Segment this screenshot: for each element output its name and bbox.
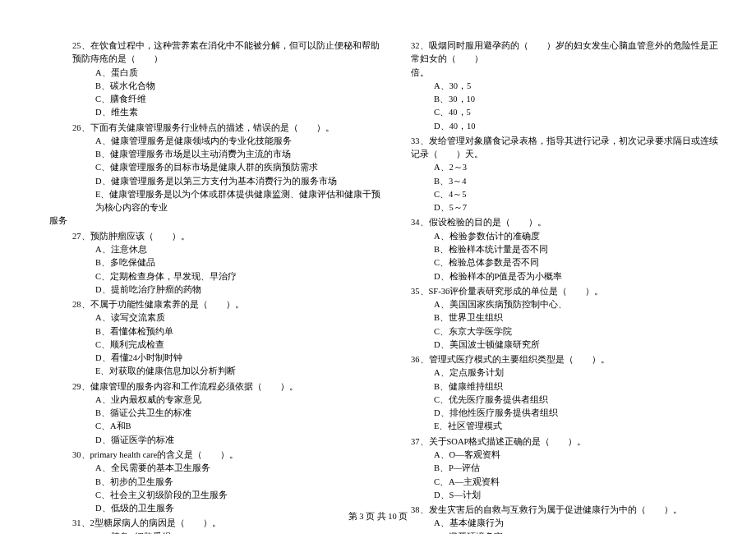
option: A、蛋白质 [95,67,385,80]
question-stem: 34、假设检验的目的是（ ）。 [411,216,723,229]
option: A、美国国家疾病预防控制中心、 [434,298,723,311]
option: B、初步的卫生服务 [95,476,385,489]
question: 27、预防肿瘤应该（ ）。A、注意休息B、多吃保健品C、定期检查身体，早发现、早… [72,230,385,297]
options: A、2～3B、3～4C、4～5D、5～7 [411,161,723,214]
question: 29、健康管理的服务内容和工作流程必须依据（ ）。A、业内最权威的专家意见B、循… [72,380,385,447]
option: D、5～7 [434,201,723,214]
option: C、A和B [95,420,385,433]
options: A、胰岛B细胞受损B、单个基因异常C、自身免疫D、由多个遗传基因和多种生活习惯的… [72,531,385,534]
options: A、全民需要的基本卫生服务B、初步的卫生服务C、社会主义初级阶段的卫生服务D、低… [72,462,385,515]
question: 30、primary health care的含义是（ ）。A、全民需要的基本卫… [72,449,385,515]
option: B、多吃保健品 [95,256,385,269]
option: C、东京大学医学院 [434,325,723,338]
option: D、排他性医疗服务提供者组织 [434,407,723,420]
question-stem: 33、发给管理对象膳食记录表格，指导其进行记录，初次记录要求隔日或连续记录（ ）… [411,135,723,162]
option: B、看懂体检预约单 [95,325,385,338]
question-stem-trail: 服务 [49,214,385,228]
option: C、健康管理服务的目标市场是健康人群的疾病预防需求 [95,161,385,174]
question: 26、下面有关健康管理服务行业特点的描述，错误的是（ ）。A、健康管理服务是健康… [72,122,385,228]
option: D、维生素 [95,106,385,119]
option: A、30，5 [434,80,723,93]
option: B、碳水化合物 [95,80,385,93]
options: A、检验参数估计的准确度B、检验样本统计量是否不同C、检验总体参数是否不同D、检… [411,230,723,283]
option: D、40，10 [434,120,723,133]
question: 36、管理式医疗模式的主要组织类型是（ ）。A、定点服务计划B、健康维持组织C、… [411,353,723,434]
question-stem: 32、吸烟同时服用避孕药的（ ）岁的妇女发生心脑血管意外的危险性是正常妇女的（ … [411,39,723,67]
option: C、顺利完成检查 [95,338,385,352]
option: C、定期检查身体，早发现、早治疗 [95,270,385,283]
option: D、提前吃治疗肿瘤的药物 [95,283,385,297]
column-left: 25、在饮食过程中，这种营养素在消化中不能被分解，但可以防止便秘和帮助预防痔疮的… [72,39,385,534]
options: A、业内最权威的专家意见B、循证公共卫生的标准C、A和BD、循证医学的标准 [72,394,385,447]
options: A、O—客观资料B、P—评估C、A—主观资料D、S—计划 [411,449,723,502]
option: B、健康管理服务市场是以主动消费为主流的市场 [95,148,385,161]
option: B、世界卫生组织 [434,311,723,325]
option: A、胰岛B细胞受损 [95,531,385,534]
question: 33、发给管理对象膳食记录表格，指导其进行记录，初次记录要求隔日或连续记录（ ）… [411,135,723,215]
option: B、P—评估 [434,462,723,475]
option: D、美国波士顿健康研究所 [434,338,723,352]
question-stem: 26、下面有关健康管理服务行业特点的描述，错误的是（ ）。 [72,122,385,135]
question: 32、吸烟同时服用避孕药的（ ）岁的妇女发生心脑血管意外的危险性是正常妇女的（ … [411,39,723,133]
option: C、检验总体参数是否不同 [434,256,723,269]
options: A、定点服务计划B、健康维持组织C、优先医疗服务提供者组织D、排他性医疗服务提供… [411,366,723,433]
question: 37、关于SOAP格式描述正确的是（ ）。A、O—客观资料B、P—评估C、A—主… [411,435,723,502]
option: A、全民需要的基本卫生服务 [95,462,385,475]
question-stem: 29、健康管理的服务内容和工作流程必须依据（ ）。 [72,380,385,394]
question-stem-continuation: 倍。 [411,67,723,80]
question-stem: 37、关于SOAP格式描述正确的是（ ）。 [411,435,723,449]
options: A、注意休息B、多吃保健品C、定期检查身体，早发现、早治疗D、提前吃治疗肿瘤的药… [72,243,385,297]
option: A、读写交流素质 [95,311,385,325]
option: E、社区管理模式 [434,420,723,433]
column-right: 32、吸烟同时服用避孕药的（ ）岁的妇女发生心脑血管意外的危险性是正常妇女的（ … [411,39,723,534]
question-stem: 36、管理式医疗模式的主要组织类型是（ ）。 [411,353,723,366]
option: C、优先医疗服务提供者组织 [434,394,723,407]
option: A、2～3 [434,161,723,174]
option: D、S—计划 [434,489,723,502]
option: E、健康管理服务是以为个体或群体提供健康监测、健康评估和健康干预为核心内容的专业 [95,188,385,215]
option: C、4～5 [434,188,723,201]
option: D、健康管理服务是以第三方支付为基本消费行为的服务市场 [95,175,385,188]
option: A、注意休息 [95,243,385,256]
options: A、美国国家疾病预防控制中心、B、世界卫生组织C、东京大学医学院D、美国波士顿健… [411,298,723,352]
option: B、避开环境危害 [434,531,723,534]
question: 34、假设检验的目的是（ ）。A、检验参数估计的准确度B、检验样本统计量是否不同… [411,216,723,283]
question: 35、SF-36评价量表研究形成的单位是（ ）。A、美国国家疾病预防控制中心、B… [411,285,723,352]
option: D、循证医学的标准 [95,434,385,447]
option: C、A—主观资料 [434,476,723,489]
option: B、30，10 [434,93,723,106]
option: D、检验样本的P值是否为小概率 [434,270,723,283]
option: E、对获取的健康信息加以分析判断 [95,365,385,378]
option: A、O—客观资料 [434,449,723,462]
option: C、膳食纤维 [95,93,385,106]
question-stem: 35、SF-36评价量表研究形成的单位是（ ）。 [411,285,723,298]
option: A、业内最权威的专家意见 [95,394,385,407]
options: A、读写交流素质B、看懂体检预约单C、顺利完成检查D、看懂24小时制时钟E、对获… [72,311,385,378]
option: B、检验样本统计量是否不同 [434,243,723,256]
option: A、检验参数估计的准确度 [434,230,723,243]
option: D、看懂24小时制时钟 [95,352,385,365]
options: A、30，5B、30，10C、40，5D、40，10 [411,80,723,133]
question: 25、在饮食过程中，这种营养素在消化中不能被分解，但可以防止便秘和帮助预防痔疮的… [72,39,385,120]
question: 28、不属于功能性健康素养的是（ ）。A、读写交流素质B、看懂体检预约单C、顺利… [72,298,385,379]
page-footer: 第 3 页 共 10 页 [0,511,756,522]
option: B、健康维持组织 [434,380,723,394]
option: A、定点服务计划 [434,366,723,380]
question-stem: 30、primary health care的含义是（ ）。 [72,449,385,462]
question-stem: 27、预防肿瘤应该（ ）。 [72,230,385,243]
page-body: 25、在饮食过程中，这种营养素在消化中不能被分解，但可以防止便秘和帮助预防痔疮的… [0,0,756,534]
option: B、3～4 [434,175,723,188]
option: A、健康管理服务是健康领域内的专业化技能服务 [95,135,385,148]
option: C、40，5 [434,106,723,119]
options: A、蛋白质B、碳水化合物C、膳食纤维D、维生素 [72,67,385,120]
question-stem: 28、不属于功能性健康素养的是（ ）。 [72,298,385,311]
option: C、社会主义初级阶段的卫生服务 [95,489,385,502]
page-number: 第 3 页 共 10 页 [348,512,408,521]
option: B、循证公共卫生的标准 [95,407,385,420]
options: A、健康管理服务是健康领域内的专业化技能服务B、健康管理服务市场是以主动消费为主… [72,135,385,215]
question-stem: 25、在饮食过程中，这种营养素在消化中不能被分解，但可以防止便秘和帮助预防痔疮的… [72,39,385,67]
